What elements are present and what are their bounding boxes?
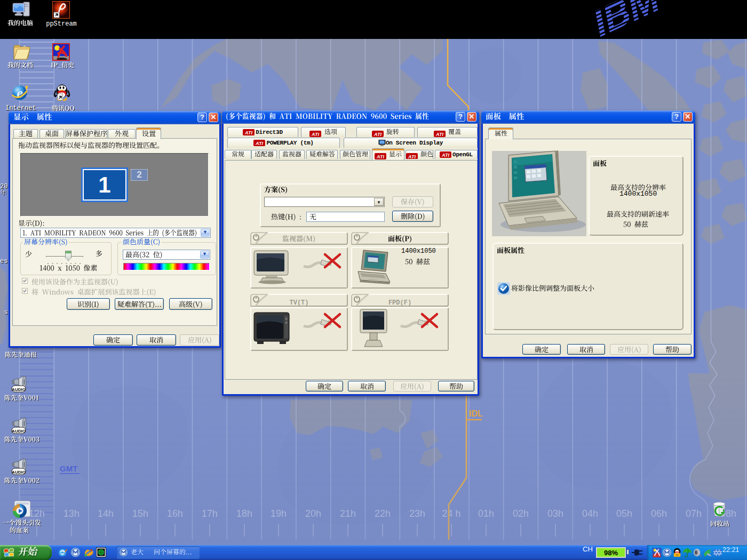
svg-text:ATI: ATI bbox=[408, 154, 416, 159]
svg-text:AUDIO: AUDIO bbox=[12, 429, 26, 434]
svg-text:ATI: ATI bbox=[441, 153, 449, 158]
svg-text:ATI: ATI bbox=[435, 131, 443, 137]
svg-text:ATI: ATI bbox=[255, 141, 263, 146]
svg-text:ATI: ATI bbox=[374, 131, 382, 137]
svg-text:AUDIO: AUDIO bbox=[12, 470, 26, 475]
svg-text:AUDIO: AUDIO bbox=[12, 387, 26, 392]
svg-text:ATI: ATI bbox=[311, 131, 319, 137]
svg-text:e: e bbox=[17, 85, 23, 101]
svg-text:ATI: ATI bbox=[244, 130, 252, 135]
svg-text:ATI: ATI bbox=[376, 154, 384, 159]
